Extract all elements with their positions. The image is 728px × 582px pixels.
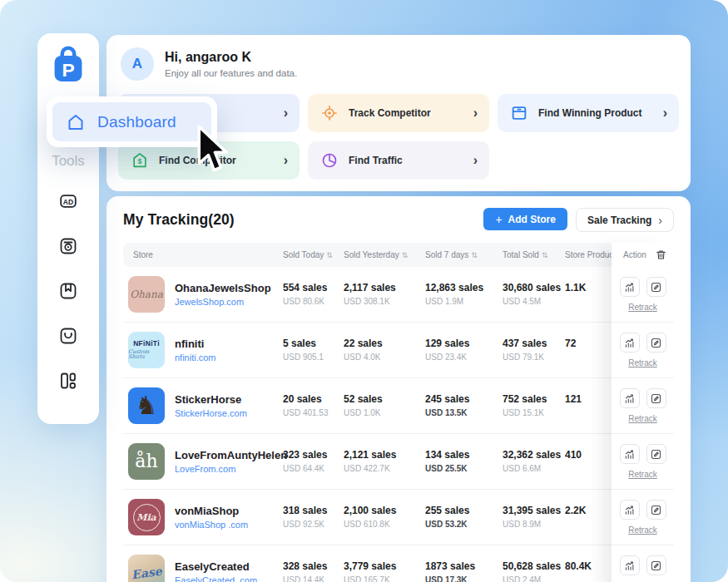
table-row: ♞StickerHorseStickerHorse.com20 salesUSD…: [123, 378, 674, 434]
sort-icon[interactable]: ⇅: [326, 251, 333, 259]
store-logo: åh: [128, 443, 165, 480]
store-cell: OhanaOhanaJewelsShopJewelsShop.com: [123, 276, 283, 313]
retrack-link[interactable]: Retrack: [628, 470, 656, 479]
edit-button[interactable]: [646, 277, 666, 297]
saved-items-icon[interactable]: [58, 281, 78, 301]
edit-button[interactable]: [646, 555, 666, 575]
col-header-total-sold[interactable]: Total Sold⇅: [503, 250, 565, 259]
sort-icon[interactable]: ⇅: [471, 251, 478, 259]
store-logo: ♞: [128, 387, 165, 424]
col-header-action: Action: [612, 243, 674, 267]
cell-sold-yesterday: 2,117 salesUSD 308.1K: [344, 282, 425, 308]
analytics-button[interactable]: [620, 333, 640, 353]
apps-icon[interactable]: [58, 371, 78, 391]
col-header-sold-today[interactable]: Sold Today⇅: [283, 250, 344, 259]
edit-button[interactable]: [646, 333, 666, 353]
app-logo-icon[interactable]: P: [51, 45, 86, 83]
store-link[interactable]: StickerHorse.com: [175, 408, 247, 418]
cell-total-sold: 31,395 salesUSD 8.9M: [503, 505, 565, 530]
sort-icon[interactable]: ⇅: [542, 251, 548, 259]
analytics-button[interactable]: [620, 555, 640, 575]
box-icon: [510, 104, 528, 122]
svg-text:AD: AD: [63, 198, 73, 206]
sale-tracking-button[interactable]: Sale Tracking ›: [576, 208, 674, 232]
cell-store-products: 1.1K: [565, 282, 612, 308]
tools-label: Tools: [37, 153, 99, 170]
svg-text:P: P: [62, 59, 74, 81]
tracking-title: My Tracking(20): [123, 211, 235, 229]
chevron-right-icon: ›: [473, 106, 478, 120]
store-cell: NFiNiTiCustom Shirtsnfinitinfiniti.com: [123, 332, 283, 368]
edit-button[interactable]: [646, 388, 666, 408]
col-header-sold-7-days[interactable]: Sold 7 days⇅: [425, 250, 503, 259]
chevron-right-icon: ›: [658, 214, 662, 227]
store-link[interactable]: JewelsShop.com: [175, 297, 271, 307]
cell-total-sold: 50,628 salesUSD 2.4M: [503, 560, 565, 582]
tracking-header: My Tracking(20) + Add Store Sale Trackin…: [123, 208, 674, 232]
cell-total-sold: 752 salesUSD 15.1K: [503, 393, 565, 419]
feature-card-find-traffic[interactable]: Find Traffic›: [308, 141, 489, 180]
col-header-sold-yesterday[interactable]: Sold Yesterday⇅: [344, 250, 425, 259]
add-store-button[interactable]: + Add Store: [483, 208, 567, 230]
tracking-panel: My Tracking(20) + Add Store Sale Trackin…: [106, 196, 691, 582]
delete-icon[interactable]: [655, 249, 667, 261]
sort-icon[interactable]: ⇅: [402, 251, 409, 259]
analytics-button[interactable]: [620, 444, 640, 464]
retrack-link[interactable]: Retrack: [628, 414, 656, 423]
feature-card-track-competitor[interactable]: Track Competitor›: [308, 94, 489, 132]
house-icon: $: [131, 151, 149, 170]
table-header-row: StoreSold Today⇅Sold Yesterday⇅Sold 7 da…: [123, 243, 674, 267]
action-header-label: Action: [623, 250, 646, 259]
store-link[interactable]: EaselyCreated .com: [175, 575, 257, 582]
sidebar-icon-list: AD: [37, 191, 99, 416]
store-link[interactable]: LoveFrom.com: [175, 464, 287, 474]
cell-sold-7-days: 245 salesUSD 13.5K: [425, 393, 503, 419]
chevron-right-icon: ›: [473, 154, 478, 167]
store-link[interactable]: vonMiaShop .com: [175, 520, 248, 530]
edit-button[interactable]: [646, 500, 666, 520]
store-icon[interactable]: [58, 326, 78, 346]
action-cell: Retrack: [612, 444, 674, 479]
cell-store-products: 80.4K: [565, 560, 612, 582]
sidebar-item-dashboard[interactable]: Dashboard: [47, 96, 217, 147]
action-cell: Retrack: [612, 277, 674, 312]
sidebar: P Tools AD: [37, 33, 99, 424]
cell-sold-yesterday: 52 salesUSD 1.0K: [344, 393, 425, 419]
table-row: OhanaOhanaJewelsShopJewelsShop.com554 sa…: [123, 267, 674, 323]
feature-card-label: Find Traffic: [349, 155, 403, 166]
cell-sold-yesterday: 3,779 salesUSD 165.7K: [344, 560, 425, 582]
store-link[interactable]: nfiniti.com: [175, 353, 216, 363]
svg-text:$: $: [138, 158, 142, 165]
analytics-button[interactable]: [620, 277, 640, 297]
analytics-button[interactable]: [620, 388, 640, 408]
action-cell: Retrack: [612, 333, 674, 367]
chevron-right-icon: ›: [284, 106, 288, 120]
feature-card-find-winning-product[interactable]: Find Winning Product›: [498, 94, 679, 132]
plus-icon: +: [495, 213, 502, 226]
store-logo: Mia: [128, 499, 165, 535]
store-cell: åhLoveFromAuntyHelenLoveFrom.com: [123, 443, 283, 480]
product-tracker-icon[interactable]: [58, 236, 78, 256]
greeting: Hi, angaroo K: [165, 50, 297, 65]
store-name: StickerHorse: [175, 393, 247, 406]
ads-icon[interactable]: AD: [58, 191, 78, 211]
cell-sold-7-days: 255 salesUSD 53.2K: [425, 505, 503, 530]
retrack-link[interactable]: Retrack: [628, 525, 656, 535]
table-row: åhLoveFromAuntyHelenLoveFrom.com323 sale…: [123, 434, 674, 490]
retrack-link[interactable]: Retrack: [628, 303, 656, 312]
cell-store-products: 2.2K: [565, 505, 612, 530]
analytics-button[interactable]: [620, 500, 640, 520]
table-row: MiavonMiaShopvonMiaShop .com318 salesUSD…: [123, 490, 674, 545]
feature-card-label: Track Competitor: [349, 107, 431, 119]
feature-card-label: Find Winning Product: [538, 107, 642, 119]
mouse-cursor: [195, 125, 233, 176]
cell-sold-7-days: 1873 salesUSD 17.3K: [425, 560, 503, 582]
dashboard-menu-item[interactable]: Dashboard: [52, 102, 211, 141]
cell-sold-today: 328 salesUSD 14.4K: [283, 560, 344, 582]
action-cell: Retrack: [612, 388, 674, 423]
edit-button[interactable]: [646, 444, 666, 464]
store-name: OhanaJewelsShop: [175, 282, 271, 294]
cell-sold-yesterday: 2,121 salesUSD 422.7K: [344, 449, 425, 475]
chevron-right-icon: ›: [663, 106, 667, 120]
retrack-link[interactable]: Retrack: [628, 358, 656, 367]
